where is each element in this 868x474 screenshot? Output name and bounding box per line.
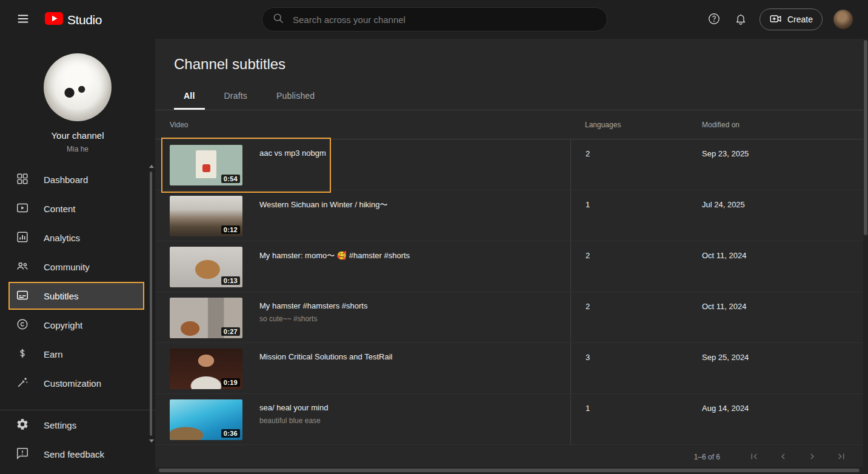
video-description: beautiful blue ease [259,416,328,425]
video-cell[interactable]: 0:54 aac vs mp3 nobgm [170,139,570,190]
duration-badge: 0:54 [221,175,240,183]
sidebar-item-copyright[interactable]: Copyright [0,310,155,339]
pagination-range: 1–6 of 6 [694,453,720,461]
duration-badge: 0:12 [221,225,240,234]
modified-cell: Aug 14, 2024 [702,394,863,444]
subtitle-tabs: All Drafts Published [155,84,863,110]
video-title[interactable]: My hamster #hamsters #shorts [259,301,367,310]
video-cell[interactable]: 0:12 Western Sichuan in Winter / hiking〜 [170,190,570,241]
previous-page-button[interactable] [777,451,789,463]
sidebar-item-dashboard[interactable]: Dashboard [0,165,155,194]
youtube-studio-app: Studio Create [0,0,868,474]
video-title[interactable]: Mission Critical Solutions and TestRail [259,352,392,361]
menu-toggle-button[interactable] [16,12,30,27]
languages-cell: 1 [570,394,702,444]
video-thumbnail[interactable]: 0:54 [170,145,242,185]
video-cell[interactable]: 0:27 My hamster #hamsters #shorts so cut… [170,292,570,342]
table-row[interactable]: 0:36 sea/ heal your mind beautiful blue … [155,394,863,445]
column-header-video: Video [170,121,570,129]
modified-cell: Oct 11, 2024 [702,241,863,292]
customization-icon [16,376,29,391]
dashboard-icon [16,172,29,187]
channel-owner-name: Mia he [67,145,88,153]
video-cell[interactable]: 0:36 sea/ heal your mind beautiful blue … [170,394,570,444]
scroll-down-arrow-icon [149,439,154,442]
account-avatar[interactable] [833,10,853,29]
sidebar-item-earn[interactable]: Earn [0,339,155,369]
channel-name: Your channel [51,130,104,141]
tab-published[interactable]: Published [267,84,324,110]
tab-drafts[interactable]: Drafts [215,84,258,110]
sidebar-item-label: Settings [44,420,76,430]
sidebar-item-customization[interactable]: Customization [0,369,155,398]
sidebar-item-subtitles[interactable]: Subtitles [8,282,144,310]
horizontal-scrollbar[interactable] [155,467,868,474]
languages-cell: 2 [570,241,702,292]
column-header-languages: Languages [570,121,702,129]
sidebar-menu: Dashboard Content Analytics Community Su… [0,165,155,398]
sidebar-item-label: Customization [44,378,101,389]
last-page-icon [836,451,847,464]
sidebar-scrollbar[interactable] [148,165,154,442]
search-input[interactable] [293,15,607,25]
sidebar-scrollbar-thumb[interactable] [150,172,152,436]
modified-cell: Sep 25, 2024 [702,343,863,393]
chevron-right-icon [807,451,818,464]
video-cell[interactable]: 0:13 My hamster: momo〜 🥰 #hamster #short… [170,241,570,292]
video-title[interactable]: Western Sichuan in Winter / hiking〜 [259,199,387,210]
sidebar-item-settings[interactable]: Settings [0,410,155,439]
sidebar-item-analytics[interactable]: Analytics [0,223,155,252]
channel-avatar[interactable] [44,53,112,121]
video-thumbnail[interactable]: 0:27 [170,298,242,338]
video-thumbnail[interactable]: 0:36 [170,399,242,440]
table-row[interactable]: 0:27 My hamster #hamsters #shorts so cut… [155,292,863,343]
create-video-icon [769,12,783,27]
video-thumbnail[interactable]: 0:13 [170,247,242,287]
sidebar-item-label: Dashboard [44,175,88,185]
sidebar-item-content[interactable]: Content [0,194,155,223]
last-page-button[interactable] [835,451,847,463]
table-row[interactable]: 0:54 aac vs mp3 nobgm 2 Sep 23, 2025 [155,139,863,190]
create-button[interactable]: Create [760,8,823,30]
video-cell[interactable]: 0:19 Mission Critical Solutions and Test… [170,343,570,393]
video-thumbnail[interactable]: 0:19 [170,349,242,389]
column-header-modified: Modified on [702,121,863,129]
page-title: Channel subtitles [155,39,863,73]
topbar: Studio Create [0,0,868,39]
video-thumbnail[interactable]: 0:12 [170,196,242,236]
first-page-icon [749,451,760,464]
vertical-scrollbar-thumb[interactable] [864,40,867,235]
sidebar-item-send-feedback[interactable]: Send feedback [0,439,155,469]
video-title[interactable]: sea/ heal your mind [259,403,328,412]
hamburger-icon [16,18,30,27]
vertical-scrollbar[interactable] [863,39,868,474]
video-title[interactable]: aac vs mp3 nobgm [259,149,326,158]
table-header: Video Languages Modified on [155,110,863,139]
help-icon [707,12,721,27]
community-icon [16,259,29,275]
table-row[interactable]: 0:19 Mission Critical Solutions and Test… [155,343,863,394]
subtitles-icon [16,289,29,304]
table-row[interactable]: 0:12 Western Sichuan in Winter / hiking〜… [155,190,863,241]
youtube-logo-icon [45,12,63,27]
next-page-button[interactable] [806,451,818,463]
studio-logo[interactable]: Studio [45,12,102,27]
channel-section: Your channel Mia he [0,39,155,165]
bell-icon [734,12,747,27]
create-button-label: Create [787,15,813,24]
feedback-icon [16,447,29,462]
sidebar-footer-menu: Settings Send feedback [0,410,155,469]
sidebar-item-community[interactable]: Community [0,252,155,281]
analytics-icon [16,230,29,245]
notifications-button[interactable] [733,12,749,27]
pagination-bar: 1–6 of 6 [155,445,863,467]
tab-all[interactable]: All [174,84,205,110]
chevron-left-icon [778,451,789,464]
video-title[interactable]: My hamster: momo〜 🥰 #hamster #shorts [259,250,410,261]
duration-badge: 0:13 [221,276,240,285]
content-icon [16,201,29,216]
first-page-button[interactable] [748,451,760,463]
horizontal-scrollbar-thumb[interactable] [159,469,860,472]
table-row[interactable]: 0:13 My hamster: momo〜 🥰 #hamster #short… [155,241,863,292]
help-button[interactable] [706,12,722,27]
